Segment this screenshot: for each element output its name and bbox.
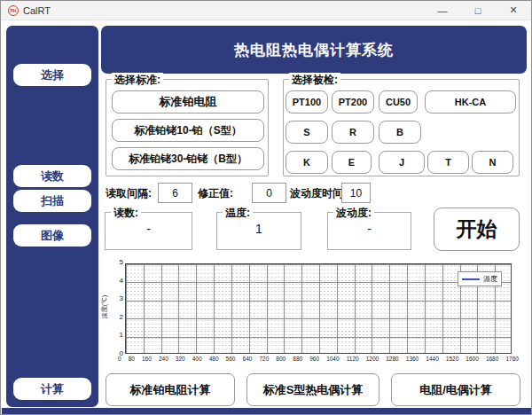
app-logo-icon: PH — [8, 5, 19, 16]
sidebar: 选择 读数 扫描 图像 计算 — [6, 26, 98, 407]
bottom-accent-bar — [2, 408, 532, 414]
header-banner: 热电阻热电偶计算系统 — [101, 26, 527, 74]
x-tick-label: 1680 — [486, 356, 498, 362]
tested-cu50-button[interactable]: CU50 — [379, 90, 418, 114]
tested-groupbox: 选择被检: PT100 PT200 CU50 HK-CA S R B K E J… — [283, 79, 520, 176]
start-button[interactable]: 开始 — [434, 208, 520, 251]
correction-label: 修正值: — [198, 184, 233, 203]
sidebar-item-reading[interactable]: 读数 — [13, 165, 91, 187]
x-tick-label: 800 — [276, 356, 286, 362]
y-axis-ticks: 012345 — [106, 258, 123, 357]
fluctuation-time-label: 波动度时间: — [290, 184, 347, 203]
x-tick-label: 160 — [142, 356, 152, 362]
tested-pt200-button[interactable]: PT200 — [332, 90, 374, 114]
temperature-readout-label: 温度: — [223, 206, 253, 221]
x-tick-label: 1440 — [426, 356, 438, 362]
sidebar-item-select[interactable]: 选择 — [13, 64, 91, 86]
x-tick-label: 320 — [176, 356, 185, 362]
temperature-chart: 温度(℃) 012345 温度 080160240320400480560640… — [104, 260, 520, 368]
x-tick-label: 720 — [259, 356, 269, 362]
app-window: PH CalRT — □ ✕ 选择 读数 扫描 图像 计算 热电阻热电偶计算系统… — [0, 0, 532, 415]
reading-readout: 读数: - — [105, 212, 192, 250]
x-tick-label: 560 — [226, 356, 236, 362]
x-tick-label: 1040 — [326, 356, 339, 362]
y-tick-label: 4 — [120, 277, 123, 285]
standard-s-type-button[interactable]: 标准铂铑10-铂（S型） — [112, 119, 264, 142]
tested-b-button[interactable]: B — [379, 121, 421, 144]
x-tick-label: 880 — [293, 356, 302, 362]
legend-line-icon — [462, 278, 480, 280]
tested-n-button[interactable]: N — [472, 151, 513, 174]
x-tick-label: 640 — [243, 356, 253, 362]
x-tick-label: 960 — [309, 356, 319, 362]
x-tick-label: 1760 — [505, 356, 518, 362]
fluctuation-readout: 波动度: - — [327, 212, 411, 250]
temperature-readout-value: 1 — [217, 222, 301, 236]
temperature-readout: 温度: 1 — [216, 212, 301, 250]
window-title: CalRT — [23, 5, 51, 16]
tested-s-button[interactable]: S — [286, 121, 328, 144]
x-tick-label: 1600 — [466, 356, 478, 362]
standard-s-calc-button[interactable]: 标准S型热电偶计算 — [246, 373, 379, 406]
plot-area: 温度 — [125, 263, 512, 354]
x-tick-label: 0 — [118, 356, 121, 362]
tested-e-button[interactable]: E — [332, 151, 372, 174]
read-interval-input[interactable] — [158, 183, 192, 203]
x-tick-label: 80 — [129, 356, 135, 362]
resistance-couple-calc-button[interactable]: 电阻/电偶计算 — [391, 373, 520, 406]
sidebar-item-calc[interactable]: 计算 — [13, 378, 91, 400]
x-axis-ticks: 0801602403204004805606407208008809601040… — [118, 356, 519, 362]
page-title: 热电阻热电偶计算系统 — [234, 40, 394, 60]
reading-readout-label: 读数: — [111, 206, 141, 221]
standard-b-type-button[interactable]: 标准铂铑30-铂铑（B型） — [112, 147, 264, 170]
x-tick-label: 1360 — [406, 356, 419, 362]
tested-r-button[interactable]: R — [332, 121, 374, 144]
tested-t-button[interactable]: T — [427, 151, 469, 174]
tested-group-label: 选择被检: — [289, 73, 340, 88]
fluctuation-time-input[interactable] — [341, 183, 371, 203]
standard-group-label: 选择标准: — [112, 73, 163, 88]
x-tick-label: 1280 — [386, 356, 398, 362]
titlebar: PH CalRT — □ ✕ — [1, 1, 531, 20]
x-tick-label: 1200 — [366, 356, 379, 362]
correction-input[interactable] — [252, 183, 286, 203]
reading-readout-value: - — [106, 222, 192, 236]
y-tick-label: 1 — [120, 331, 123, 339]
sidebar-item-scan[interactable]: 扫描 — [13, 190, 91, 212]
x-tick-label: 1520 — [446, 356, 458, 362]
fluctuation-readout-value: - — [328, 222, 411, 236]
minimize-icon[interactable]: — — [425, 1, 460, 20]
y-tick-label: 5 — [120, 258, 123, 266]
sidebar-item-image[interactable]: 图像 — [13, 224, 91, 247]
y-tick-label: 2 — [120, 313, 123, 321]
tested-k-button[interactable]: K — [286, 151, 328, 174]
x-tick-label: 240 — [159, 356, 168, 362]
y-tick-label: 3 — [120, 294, 123, 302]
standard-groupbox: 选择标准: 标准铂电阻 标准铂铑10-铂（S型） 标准铂铑30-铂铑（B型） — [106, 79, 269, 176]
standard-pt-calc-button[interactable]: 标准铂电阻计算 — [106, 373, 235, 406]
fluctuation-readout-label: 波动度: — [333, 206, 374, 221]
tested-j-button[interactable]: J — [379, 151, 425, 174]
standard-pt-resistance-button[interactable]: 标准铂电阻 — [112, 90, 264, 114]
x-tick-label: 480 — [209, 356, 219, 362]
read-interval-label: 读取间隔: — [106, 184, 152, 203]
x-tick-label: 1120 — [347, 356, 359, 362]
x-tick-label: 400 — [192, 356, 202, 362]
close-icon[interactable]: ✕ — [496, 1, 531, 20]
maximize-icon[interactable]: □ — [460, 1, 496, 20]
legend-series-label: 温度 — [483, 274, 497, 284]
tested-pt100-button[interactable]: PT100 — [286, 90, 328, 114]
tested-hkca-button[interactable]: HK-CA — [425, 90, 516, 114]
chart-legend: 温度 — [458, 271, 502, 286]
